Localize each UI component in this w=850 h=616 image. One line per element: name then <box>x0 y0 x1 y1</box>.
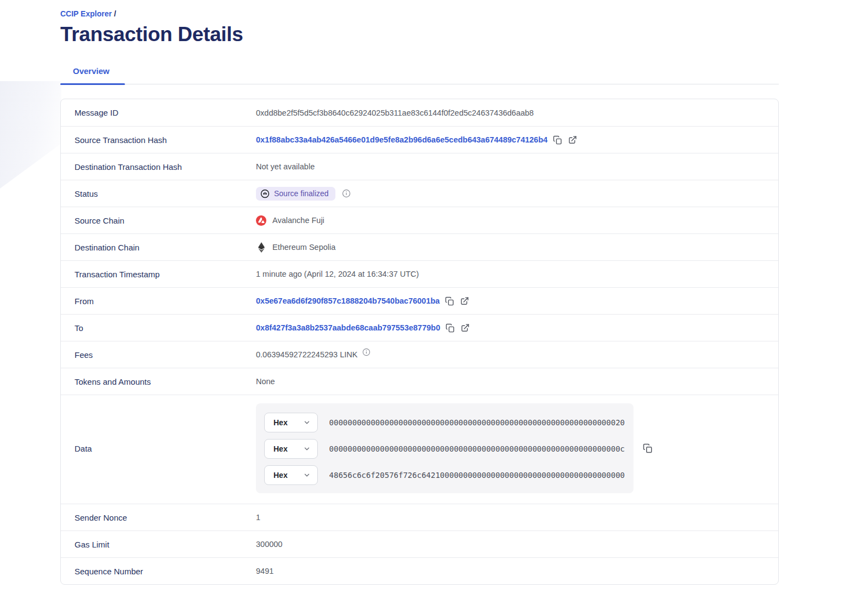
table-row-tokens: Tokens and Amounts None <box>61 368 778 395</box>
tab-overview[interactable]: Overview <box>60 66 122 84</box>
row-label: Sequence Number <box>61 567 256 576</box>
copy-icon[interactable] <box>446 323 455 333</box>
source-tx-hash-link[interactable]: 0x1f88abc33a4ab426a5466e01d9e5fe8a2b96d6… <box>256 135 547 144</box>
hex-format-select[interactable]: Hex <box>264 413 318 432</box>
sender-nonce-value: 1 <box>256 513 778 522</box>
data-line: Hex 000000000000000000000000000000000000… <box>264 439 625 459</box>
dest-tx-hash-value: Not yet available <box>256 162 778 171</box>
gas-limit-value: 300000 <box>256 540 778 549</box>
copy-icon[interactable] <box>553 135 562 145</box>
hex-data-text: 0000000000000000000000000000000000000000… <box>329 444 625 453</box>
data-line: Hex 48656c6c6f20576f726c6421000000000000… <box>264 465 625 485</box>
table-row-timestamp: Transaction Timestamp 1 minute ago (Apri… <box>61 260 778 287</box>
hex-data-text: 0000000000000000000000000000000000000000… <box>329 418 625 427</box>
row-label: Transaction Timestamp <box>61 270 256 279</box>
data-hex-box: Hex 000000000000000000000000000000000000… <box>256 403 634 493</box>
row-label: Sender Nonce <box>61 513 256 522</box>
external-link-icon[interactable] <box>460 296 469 306</box>
row-label: Gas Limit <box>61 540 256 549</box>
breadcrumb-separator: / <box>114 9 116 18</box>
transaction-details-page: CCIP Explorer/ Transaction Details Overv… <box>0 0 850 616</box>
status-badge: Source finalized <box>256 187 335 201</box>
row-label: Status <box>61 189 256 198</box>
page-title: Transaction Details <box>60 23 779 46</box>
hex-format-select[interactable]: Hex <box>264 465 318 485</box>
table-row-sender-nonce: Sender Nonce 1 <box>61 504 778 531</box>
copy-icon[interactable] <box>643 443 653 453</box>
table-row-data: Data Hex 0000000000000000000000000000000… <box>61 395 778 504</box>
table-row-fees: Fees 0.06394592722245293 LINK <box>61 341 778 368</box>
tab-active-indicator <box>60 83 125 85</box>
info-icon[interactable] <box>342 189 351 198</box>
hex-data-text: 48656c6c6f20576f726c64210000000000000000… <box>329 471 625 480</box>
external-link-icon[interactable] <box>460 323 470 333</box>
sequence-number-value: 9491 <box>256 567 778 575</box>
external-link-icon[interactable] <box>568 135 577 145</box>
info-icon[interactable] <box>362 348 370 356</box>
chevron-down-icon <box>303 445 311 453</box>
chevron-down-icon <box>303 471 311 479</box>
table-row-gas-limit: Gas Limit 300000 <box>61 531 778 557</box>
row-label: Fees <box>61 350 256 360</box>
hex-format-label: Hex <box>273 418 288 427</box>
tab-bar-rule <box>60 84 779 84</box>
status-badge-label: Source finalized <box>274 189 329 198</box>
hex-format-label: Hex <box>273 444 288 453</box>
row-label: From <box>61 296 256 306</box>
row-label: Tokens and Amounts <box>61 377 256 386</box>
to-address-link[interactable]: 0x8f427f3a3a8b2537aabde68caab797553e8779… <box>256 323 440 332</box>
fees-value: 0.06394592722245293 LINK <box>256 350 357 359</box>
table-row-sequence-number: Sequence Number 9491 <box>61 557 778 584</box>
row-label: Source Chain <box>61 216 256 225</box>
table-row-status: Status Source finalized <box>61 180 778 207</box>
breadcrumb-ccip-explorer-link[interactable]: CCIP Explorer <box>60 9 112 18</box>
timestamp-value: 1 minute ago (April 12, 2024 at 16:34:37… <box>256 270 778 278</box>
table-row-source-tx-hash: Source Transaction Hash 0x1f88abc33a4ab4… <box>61 126 778 153</box>
row-label: Destination Chain <box>61 243 256 252</box>
main-content: CCIP Explorer/ Transaction Details Overv… <box>60 0 779 585</box>
breadcrumb: CCIP Explorer/ <box>60 0 779 18</box>
table-row-message-id: Message ID 0xdd8be2f5f5d5cf3b8640c629240… <box>61 99 778 126</box>
message-id-value: 0xdd8be2f5f5d5cf3b8640c62924025b311ae83c… <box>256 109 778 117</box>
ethereum-icon <box>256 242 266 253</box>
copy-icon[interactable] <box>445 296 454 306</box>
row-label: Message ID <box>61 108 256 117</box>
table-row-dest-tx-hash: Destination Transaction Hash Not yet ava… <box>61 153 778 180</box>
chevron-down-icon <box>303 419 311 426</box>
row-label: Destination Transaction Hash <box>61 162 256 172</box>
table-row-to: To 0x8f427f3a3a8b2537aabde68caab797553e8… <box>61 314 778 341</box>
status-progress-icon <box>260 189 270 198</box>
table-row-from: From 0x5e67ea6d6f290f857c1888204b7540bac… <box>61 287 778 314</box>
hex-format-select[interactable]: Hex <box>264 439 318 459</box>
table-row-dest-chain: Destination Chain Ethereum Sepolia <box>61 233 778 260</box>
row-label: Data <box>61 444 256 453</box>
dest-chain-name: Ethereum Sepolia <box>272 243 335 252</box>
background-gradient-decoration <box>0 81 61 189</box>
source-chain-name: Avalanche Fuji <box>272 216 324 225</box>
from-address-link[interactable]: 0x5e67ea6d6f290f857c1888204b7540bac76001… <box>256 296 440 305</box>
row-label: To <box>61 323 256 333</box>
tokens-value: None <box>256 377 778 386</box>
hex-format-label: Hex <box>273 471 288 480</box>
avalanche-icon <box>256 215 266 226</box>
row-label: Source Transaction Hash <box>61 135 256 145</box>
transaction-details-table: Message ID 0xdd8be2f5f5d5cf3b8640c629240… <box>60 99 779 585</box>
tab-bar: Overview <box>60 66 779 84</box>
table-row-source-chain: Source Chain Avalanche Fuji <box>61 207 778 233</box>
data-line: Hex 000000000000000000000000000000000000… <box>264 413 625 432</box>
